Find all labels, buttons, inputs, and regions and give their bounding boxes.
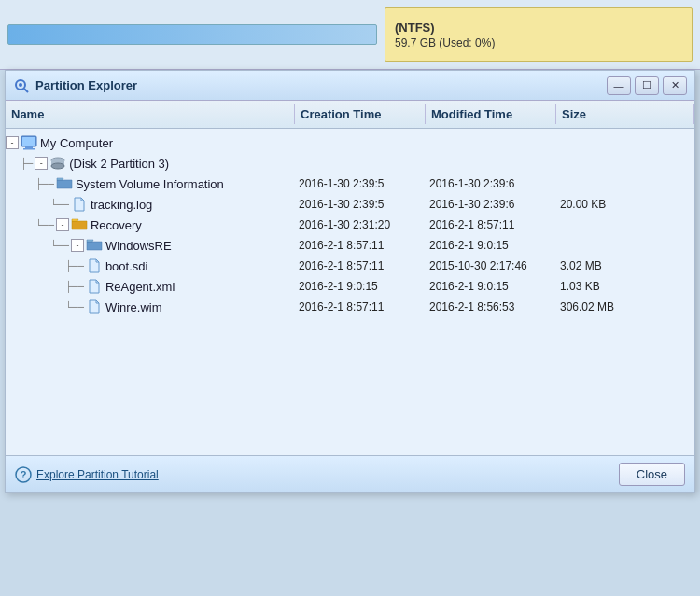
svg-point-2 xyxy=(19,83,22,87)
tree-cell-name-boot-sdi: ├──boot.sdi xyxy=(6,258,295,273)
folder-blue-icon-system-volume-info xyxy=(56,176,73,191)
tree-creation-reagent-xml: 2016-2-1 9:0:15 xyxy=(295,280,426,293)
tree-cell-name-disk2-partition3: ├─-(Disk 2 Partition 3) xyxy=(6,156,295,171)
tree-label-recovery: Recovery xyxy=(91,218,142,232)
svg-point-9 xyxy=(51,163,64,169)
window-title: Partition Explorer xyxy=(35,78,607,92)
tree-modified-tracking-log: 2016-1-30 2:39:6 xyxy=(426,198,556,211)
folder-yellow-icon-recovery xyxy=(71,217,88,232)
expander-recovery[interactable]: - xyxy=(56,218,69,231)
connector-winre-wim: └── xyxy=(65,301,84,313)
col-header-modified: Modified Time xyxy=(426,104,556,124)
tree-label-winre-wim: Winre.wim xyxy=(105,300,162,314)
title-close-button[interactable]: ✕ xyxy=(663,76,687,95)
file-icon-winre-wim xyxy=(86,299,103,314)
col-header-name: Name xyxy=(6,104,295,124)
tree-size-reagent-xml: 1.03 KB xyxy=(556,280,694,293)
tree-label-reagent-xml: ReAgent.xml xyxy=(105,280,175,294)
help-link[interactable]: ? Explore Partition Tutorial xyxy=(15,466,159,483)
tree-creation-windowsre: 2016-2-1 8:57:11 xyxy=(295,239,426,252)
tree-modified-boot-sdi: 2015-10-30 2:17:46 xyxy=(426,259,556,272)
tree-cell-name-tracking-log: └──tracking.log xyxy=(6,197,295,212)
help-icon: ? xyxy=(15,466,32,483)
connector-reagent-xml: ├── xyxy=(65,281,84,293)
column-headers: Name Creation Time Modified Time Size xyxy=(6,101,694,129)
tree-label-disk2-partition3: (Disk 2 Partition 3) xyxy=(69,157,169,171)
tree-label-system-volume-info: System Volume Information xyxy=(76,177,224,191)
drive-bar-area: (NTFS) 59.7 GB (Used: 0%) xyxy=(0,0,700,70)
disk-icon-disk2-partition3 xyxy=(49,156,66,171)
tree-size-boot-sdi: 3.02 MB xyxy=(556,259,694,272)
tree-cell-name-recovery: └──-Recovery xyxy=(6,217,295,232)
tree-creation-winre-wim: 2016-2-1 8:57:11 xyxy=(295,300,426,313)
tree-row-disk2-partition3[interactable]: ├─-(Disk 2 Partition 3) xyxy=(6,153,694,173)
svg-rect-5 xyxy=(23,148,35,150)
tree-row-my-computer[interactable]: -My Computer xyxy=(6,132,694,153)
svg-rect-6 xyxy=(22,137,35,146)
computer-icon-my-computer xyxy=(21,135,37,150)
svg-line-1 xyxy=(24,89,28,92)
tree-row-tracking-log[interactable]: └──tracking.log2016-1-30 2:39:52016-1-30… xyxy=(6,194,694,215)
tree-cell-name-reagent-xml: ├──ReAgent.xml xyxy=(6,279,295,294)
footer: ? Explore Partition Tutorial Close xyxy=(6,455,694,492)
col-header-creation: Creation Time xyxy=(295,104,426,124)
tree-cell-name-winre-wim: └──Winre.wim xyxy=(6,299,295,314)
tree-row-boot-sdi[interactable]: ├──boot.sdi2016-2-1 8:57:112015-10-30 2:… xyxy=(6,256,694,276)
tree-modified-windowsre: 2016-2-1 9:0:15 xyxy=(426,239,556,252)
tree-cell-name-system-volume-info: ├──System Volume Information xyxy=(6,176,295,191)
tree-label-boot-sdi: boot.sdi xyxy=(105,259,148,273)
window-controls: — ☐ ✕ xyxy=(607,76,687,95)
tree-cell-name-windowsre: └──-WindowsRE xyxy=(6,238,295,253)
drive-bar-left xyxy=(0,7,385,62)
maximize-button[interactable]: ☐ xyxy=(635,76,659,95)
tree-label-windowsre: WindowsRE xyxy=(105,239,172,253)
tree-creation-boot-sdi: 2016-2-1 8:57:11 xyxy=(295,259,426,272)
connector-tracking-log: └── xyxy=(50,199,69,211)
file-icon-boot-sdi xyxy=(86,258,103,273)
svg-text:?: ? xyxy=(21,469,27,480)
expander-windowsre[interactable]: - xyxy=(71,239,84,252)
connector-recovery: └── xyxy=(35,219,54,231)
expander-disk2-partition3[interactable]: - xyxy=(35,157,48,170)
col-header-size: Size xyxy=(556,104,694,124)
file-icon-reagent-xml xyxy=(86,279,103,294)
connector-windowsre: └── xyxy=(50,240,69,252)
tree-modified-reagent-xml: 2016-2-1 9:0:15 xyxy=(426,280,556,293)
tree-modified-winre-wim: 2016-2-1 8:56:53 xyxy=(426,300,556,313)
tree-label-my-computer: My Computer xyxy=(40,136,113,150)
window-icon xyxy=(13,77,30,94)
tree-creation-system-volume-info: 2016-1-30 2:39:5 xyxy=(295,177,426,190)
connector-boot-sdi: ├── xyxy=(65,260,84,272)
tree-row-recovery[interactable]: └──-Recovery2016-1-30 2:31:202016-2-1 8:… xyxy=(6,215,694,235)
tree-creation-recovery: 2016-1-30 2:31:20 xyxy=(295,218,426,231)
help-link-text: Explore Partition Tutorial xyxy=(36,468,159,481)
connector-system-volume-info: ├── xyxy=(35,178,54,190)
tree-row-windowsre[interactable]: └──-WindowsRE2016-2-1 8:57:112016-2-1 9:… xyxy=(6,235,694,256)
drive-info-panel: (NTFS) 59.7 GB (Used: 0%) xyxy=(385,7,693,62)
tree-creation-tracking-log: 2016-1-30 2:39:5 xyxy=(295,198,426,211)
minimize-button[interactable]: — xyxy=(607,76,631,95)
tree-modified-system-volume-info: 2016-1-30 2:39:6 xyxy=(426,177,556,190)
title-bar: Partition Explorer — ☐ ✕ xyxy=(6,71,694,101)
tree-modified-recovery: 2016-2-1 8:57:11 xyxy=(426,218,556,231)
file-tree: -My Computer├─-(Disk 2 Partition 3)├──Sy… xyxy=(6,129,694,455)
drive-filesystem-label: (NTFS) xyxy=(395,21,682,35)
svg-rect-4 xyxy=(25,146,33,148)
expander-my-computer[interactable]: - xyxy=(6,136,19,149)
tree-size-tracking-log: 20.00 KB xyxy=(556,198,694,211)
folder-blue-icon-windowsre xyxy=(86,238,103,253)
close-button[interactable]: Close xyxy=(619,463,685,486)
drive-size-label: 59.7 GB (Used: 0%) xyxy=(395,36,682,49)
partition-explorer-window: Partition Explorer — ☐ ✕ Name Creation T… xyxy=(5,70,695,493)
tree-row-winre-wim[interactable]: └──Winre.wim2016-2-1 8:57:112016-2-1 8:5… xyxy=(6,297,694,317)
tree-row-reagent-xml[interactable]: ├──ReAgent.xml2016-2-1 9:0:152016-2-1 9:… xyxy=(6,276,694,297)
file-icon-tracking-log xyxy=(71,197,88,212)
tree-size-winre-wim: 306.02 MB xyxy=(556,300,694,313)
tree-cell-name-my-computer: -My Computer xyxy=(6,135,295,150)
tree-row-system-volume-info[interactable]: ├──System Volume Information2016-1-30 2:… xyxy=(6,173,694,194)
connector-disk2-partition3: ├─ xyxy=(21,158,33,170)
tree-label-tracking-log: tracking.log xyxy=(91,198,152,212)
drive-progress-bar xyxy=(7,24,377,45)
